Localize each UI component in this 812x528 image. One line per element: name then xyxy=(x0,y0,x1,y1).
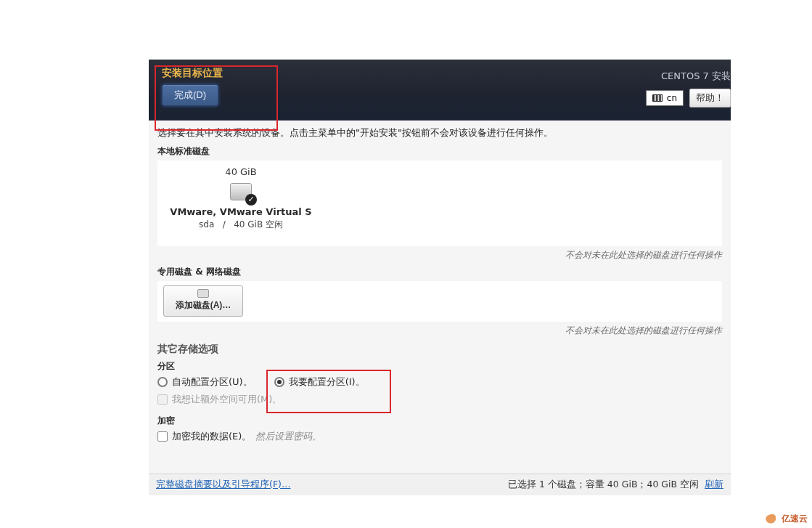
partition-auto-label: 自动配置分区(U)。 xyxy=(172,375,253,389)
disk-model: VMware, VMware Virtual S xyxy=(165,206,317,217)
partition-manual-option[interactable]: 我要配置分区(I)。 xyxy=(274,375,365,389)
partition-manual-label: 我要配置分区(I)。 xyxy=(289,375,365,389)
extra-space-label: 我想让额外空间可用(M)。 xyxy=(172,393,282,406)
radio-selected-icon xyxy=(274,377,284,387)
lang-code: cn xyxy=(667,93,677,103)
selection-status: 已选择 1 个磁盘；容量 40 GiB；40 GiB 空闲 xyxy=(508,479,699,490)
local-disks-list: 40 GiB ✓ VMware, VMware Virtual S sda / … xyxy=(157,161,722,246)
watermark-text: 亿速云 xyxy=(782,513,808,525)
disk-item[interactable]: 40 GiB ✓ VMware, VMware Virtual S sda / … xyxy=(165,166,317,231)
installer-window: 安装目标位置 完成(D) CENTOS 7 安装 cn 帮助！ 选择要在其中安装… xyxy=(149,60,731,495)
encrypt-option[interactable]: 加密我的数据(E)。 然后设置密码。 xyxy=(157,430,722,443)
encrypt-hint: 然后设置密码。 xyxy=(255,430,321,443)
section-other-storage: 其它存储选项 xyxy=(157,343,722,356)
bottom-bar: 完整磁盘摘要以及引导程序(F)… 已选择 1 个磁盘；容量 40 GiB；40 … xyxy=(149,474,731,495)
encrypt-label: 加密我的数据(E)。 xyxy=(172,430,251,443)
section-special-disks: 专用磁盘 & 网络磁盘 xyxy=(157,266,722,278)
disk-capacity: 40 GiB xyxy=(165,166,317,177)
title-area: 安装目标位置 完成(D) xyxy=(156,67,276,114)
disk-summary-link[interactable]: 完整磁盘摘要以及引导程序(F)… xyxy=(156,479,290,491)
help-button[interactable]: 帮助！ xyxy=(689,89,731,107)
encrypt-heading: 加密 xyxy=(157,415,722,427)
page-title: 安装目标位置 xyxy=(156,67,276,80)
extra-space-option: 我想让额外空间可用(M)。 xyxy=(157,393,722,406)
keyboard-layout-indicator[interactable]: cn xyxy=(646,90,684,106)
add-disk-label: 添加磁盘(A)… xyxy=(176,300,231,310)
partition-options: 自动配置分区(U)。 我要配置分区(I)。 xyxy=(157,375,722,389)
disk-device: sda xyxy=(199,219,214,230)
partition-auto-option[interactable]: 自动配置分区(U)。 xyxy=(157,375,253,389)
special-disks-list: 添加磁盘(A)… xyxy=(157,281,722,322)
refresh-link[interactable]: 刷新 xyxy=(705,479,723,490)
special-disks-hint: 不会对未在此处选择的磁盘进行任何操作 xyxy=(157,325,722,337)
disk-sep: / xyxy=(223,219,226,230)
section-local-disks: 本地标准磁盘 xyxy=(157,145,722,158)
top-bar: 安装目标位置 完成(D) CENTOS 7 安装 cn 帮助！ xyxy=(149,60,731,121)
watermark: 亿速云 xyxy=(766,513,808,525)
watermark-logo-icon xyxy=(766,514,779,524)
instruction-text: 选择要在其中安装系统的设备。点击主菜单中的"开始安装"按钮前不会对该设备进行任何… xyxy=(157,126,722,139)
checkbox-icon xyxy=(157,394,168,405)
hard-drive-icon: ✓ xyxy=(230,183,252,200)
os-name: CENTOS 7 安装 xyxy=(646,70,731,83)
bottom-right: 已选择 1 个磁盘；容量 40 GiB；40 GiB 空闲 刷新 xyxy=(508,479,723,491)
local-disks-hint: 不会对未在此处选择的磁盘进行任何操作 xyxy=(157,249,722,261)
keyboard-icon xyxy=(652,94,663,102)
disk-details: sda / 40 GiB 空闲 xyxy=(165,219,317,231)
disk-free: 40 GiB 空闲 xyxy=(234,219,283,230)
content-area: 选择要在其中安装系统的设备。点击主菜单中的"开始安装"按钮前不会对该设备进行任何… xyxy=(149,121,731,447)
top-right-area: CENTOS 7 安装 cn 帮助！ xyxy=(646,70,731,107)
add-disk-icon xyxy=(197,289,209,298)
partition-heading: 分区 xyxy=(157,360,722,373)
radio-icon xyxy=(157,377,168,387)
done-button[interactable]: 完成(D) xyxy=(162,84,218,106)
add-disk-button[interactable]: 添加磁盘(A)… xyxy=(163,285,243,317)
disk-selected-check-icon: ✓ xyxy=(245,194,257,206)
checkbox-icon xyxy=(157,431,168,442)
